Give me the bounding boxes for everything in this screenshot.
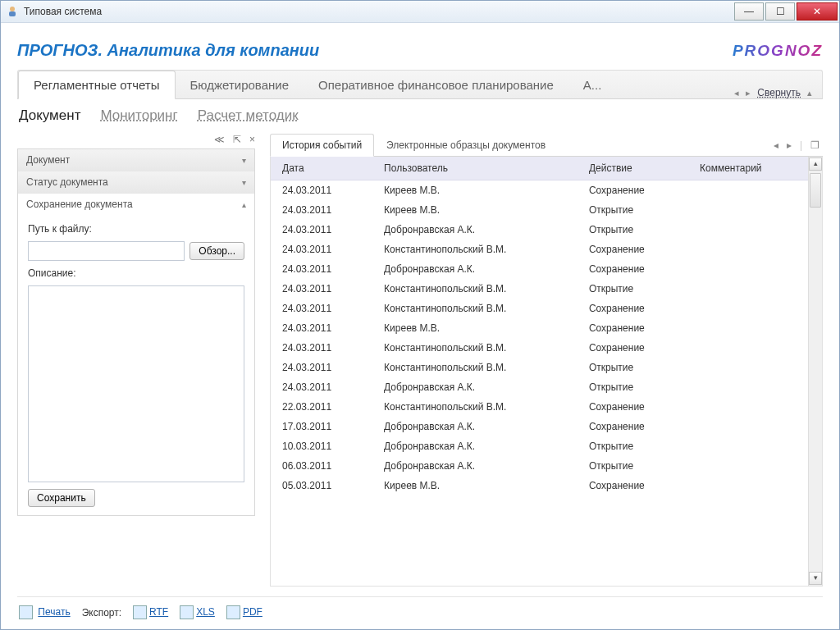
cell: Открытие	[578, 377, 688, 397]
table-header-row: Дата Пользователь Действие Комментарий	[271, 157, 808, 180]
accordion-title: Статус документа	[26, 176, 108, 188]
cell	[688, 476, 808, 495]
scroll-down-icon[interactable]: ▾	[809, 572, 822, 585]
scroll-thumb[interactable]	[810, 173, 821, 208]
cell: Сохранение	[578, 476, 688, 495]
left-panel-tools: ≪ ⇱ ×	[17, 134, 255, 145]
cell: 24.03.2011	[271, 279, 372, 299]
chevron-up-icon: ▴	[242, 200, 246, 209]
main-tabs: Регламентные отчеты Бюджетирование Опера…	[17, 70, 823, 99]
events-table: Дата Пользователь Действие Комментарий 2…	[271, 157, 808, 495]
panel-close-icon[interactable]: ×	[249, 134, 255, 145]
save-button[interactable]: Сохранить	[28, 489, 95, 507]
minimize-button[interactable]: —	[734, 2, 764, 21]
export-pdf[interactable]: PDF	[226, 605, 262, 619]
table-row[interactable]: 17.03.2011Добронравская А.К.Сохранение	[271, 417, 808, 436]
vertical-scrollbar[interactable]: ▴ ▾	[808, 157, 822, 586]
cell: 22.03.2011	[271, 397, 372, 417]
cell	[688, 338, 808, 358]
cell: 10.03.2011	[271, 436, 372, 456]
accordion: Документ ▾ Статус документа ▾ Сохранение…	[17, 148, 255, 516]
accordion-header-status[interactable]: Статус документа ▾	[18, 171, 254, 193]
table-row[interactable]: 22.03.2011Константинопольский В.М.Сохран…	[271, 397, 808, 417]
cell: Добронравская А.К.	[372, 377, 578, 397]
cell: Константинопольский В.М.	[372, 397, 578, 417]
col-action[interactable]: Действие	[578, 157, 688, 180]
svg-rect-1	[9, 11, 16, 16]
scroll-track[interactable]	[809, 171, 822, 571]
col-date[interactable]: Дата	[271, 157, 372, 180]
grid-wrap: Дата Пользователь Действие Комментарий 2…	[270, 157, 823, 587]
tab-financial-planning[interactable]: Оперативное финансовое планирование	[304, 71, 568, 98]
description-textarea[interactable]	[28, 285, 244, 482]
table-row[interactable]: 24.03.2011Константинопольский В.М.Сохран…	[271, 299, 808, 318]
cell: Киреев М.В.	[372, 318, 578, 338]
accordion-header-document[interactable]: Документ ▾	[18, 149, 254, 171]
table-row[interactable]: 24.03.2011Добронравская А.К.Сохранение	[271, 259, 808, 279]
col-comment[interactable]: Комментарий	[688, 157, 808, 180]
maximize-button[interactable]: ☐	[765, 2, 795, 21]
app-window: Типовая система — ☐ ✕ ПРОГНОЗ. Аналитика…	[0, 0, 840, 630]
table-row[interactable]: 05.03.2011Киреев М.В.Сохранение	[271, 476, 808, 495]
export-xls[interactable]: XLS	[180, 605, 215, 619]
table-row[interactable]: 24.03.2011Добронравская А.К.Открытие	[271, 220, 808, 240]
app-body: ПРОГНОЗ. Аналитика для компании PROGNOZ …	[1, 23, 839, 629]
cell: 24.03.2011	[271, 259, 372, 279]
content: ≪ ⇱ × Документ ▾ Статус документа ▾ Сохр…	[17, 134, 823, 587]
cell	[688, 358, 808, 377]
panel-pin-icon[interactable]: ⇱	[233, 134, 241, 145]
table-row[interactable]: 24.03.2011Константинопольский В.М.Сохран…	[271, 240, 808, 259]
browse-button[interactable]: Обзор...	[189, 242, 244, 260]
col-user[interactable]: Пользователь	[372, 157, 578, 180]
accordion-header-save[interactable]: Сохранение документа ▴	[18, 193, 254, 215]
panel-back-icon[interactable]: ≪	[214, 134, 225, 145]
innertab-history[interactable]: История событий	[270, 134, 374, 157]
tab-regulatory-reports[interactable]: Регламентные отчеты	[18, 71, 176, 99]
export-rtf[interactable]: RTF	[133, 605, 168, 619]
table-row[interactable]: 24.03.2011Киреев М.В.Сохранение	[271, 318, 808, 338]
subtab-document[interactable]: Документ	[19, 107, 80, 124]
table-row[interactable]: 24.03.2011Константинопольский В.М.Сохран…	[271, 338, 808, 358]
table-row[interactable]: 24.03.2011Константинопольский В.М.Открыт…	[271, 279, 808, 299]
scroll-up-icon[interactable]: ▴	[809, 158, 822, 171]
description-label: Описание:	[28, 267, 244, 279]
print-link[interactable]: Печать	[19, 605, 71, 619]
table-row[interactable]: 24.03.2011Киреев М.В.Сохранение	[271, 180, 808, 201]
cell: Сохранение	[578, 397, 688, 417]
cell: 24.03.2011	[271, 377, 372, 397]
app-icon	[6, 5, 19, 18]
inner-popout-icon[interactable]: ❐	[810, 139, 819, 151]
cell: Сохранение	[578, 417, 688, 436]
subtab-methods[interactable]: Расчет методик	[198, 107, 299, 124]
tabs-scroll-left-icon[interactable]: ◂	[734, 88, 739, 98]
main-tabs-tools: ◂ ▸ Свернуть ▴	[734, 87, 817, 98]
cell: Константинопольский В.М.	[372, 240, 578, 259]
inner-next-icon[interactable]: ▸	[787, 139, 792, 151]
accordion-title: Сохранение документа	[26, 199, 133, 210]
rtf-icon	[133, 605, 147, 619]
cell: 24.03.2011	[271, 358, 372, 377]
subtab-monitoring[interactable]: Мониторинг	[100, 107, 177, 124]
cell: Открытие	[578, 436, 688, 456]
cell: Киреев М.В.	[372, 180, 578, 201]
table-row[interactable]: 10.03.2011Добронравская А.К.Открытие	[271, 436, 808, 456]
close-button[interactable]: ✕	[797, 2, 838, 21]
table-row[interactable]: 24.03.2011Киреев М.В.Открытие	[271, 200, 808, 220]
tab-truncated[interactable]: А...	[568, 71, 617, 98]
tab-budgeting[interactable]: Бюджетирование	[176, 71, 304, 98]
cell: 24.03.2011	[271, 338, 372, 358]
table-row[interactable]: 06.03.2011Добронравская А.К.Открытие	[271, 456, 808, 476]
cell: Константинопольский В.М.	[372, 279, 578, 299]
path-input[interactable]	[28, 241, 185, 261]
tabs-scroll-right-icon[interactable]: ▸	[746, 88, 751, 98]
table-row[interactable]: 24.03.2011Добронравская А.К.Открытие	[271, 377, 808, 397]
innertab-samples[interactable]: Электронные образцы документов	[374, 134, 558, 156]
inner-tabs: История событий Электронные образцы доку…	[270, 134, 823, 157]
collapse-caret-icon[interactable]: ▴	[807, 88, 812, 98]
inner-prev-icon[interactable]: ◂	[774, 139, 778, 151]
collapse-link[interactable]: Свернуть	[757, 87, 801, 98]
cell	[688, 200, 808, 220]
cell	[688, 180, 808, 201]
print-label[interactable]: Печать	[38, 606, 70, 618]
table-row[interactable]: 24.03.2011Константинопольский В.М.Открыт…	[271, 358, 808, 377]
